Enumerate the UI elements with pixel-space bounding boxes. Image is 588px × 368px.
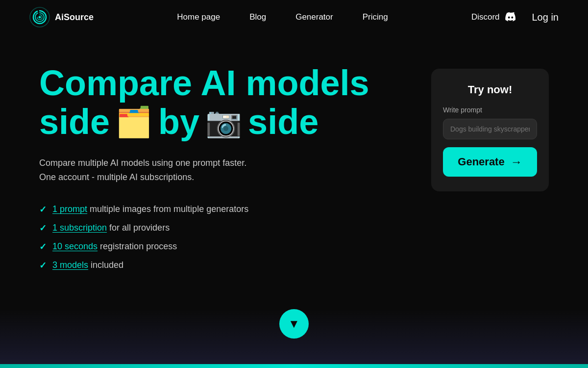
logo[interactable]: AiSource xyxy=(29,7,94,27)
discord-icon xyxy=(504,10,517,24)
feature-item-4: ✓ 3 models included xyxy=(39,260,382,271)
check-icon-1: ✓ xyxy=(39,204,47,215)
feature-1-text: 1 prompt multiple images from multiple g… xyxy=(52,204,248,214)
prompt-label: Write prompt xyxy=(443,106,537,114)
prompt-input[interactable] xyxy=(443,119,537,139)
nav-links: Home page Blog Generator Pricing xyxy=(177,12,388,22)
nav-right: Discord Log in xyxy=(471,10,559,24)
check-icon-2: ✓ xyxy=(39,223,47,234)
try-card-title: Try now! xyxy=(443,83,537,96)
feature-item-2: ✓ 1 subscription for all providers xyxy=(39,223,382,234)
feature-item-1: ✓ 1 prompt multiple images from multiple… xyxy=(39,204,382,215)
main-content: Compare AI models side 🗂️ by 📷 side Comp… xyxy=(0,34,588,271)
generate-button[interactable]: Generate → xyxy=(443,147,537,177)
navbar: AiSource Home page Blog Generator Pricin… xyxy=(0,0,588,34)
checklist-emoji: 🗂️ xyxy=(116,106,152,138)
discord-label: Discord xyxy=(471,12,500,22)
feature-list: ✓ 1 prompt multiple images from multiple… xyxy=(39,204,382,271)
arrow-icon: → xyxy=(511,155,522,169)
generate-label: Generate xyxy=(458,156,504,168)
scroll-button[interactable]: ▼ xyxy=(279,309,309,339)
camera-emoji: 📷 xyxy=(205,106,242,138)
try-card: Try now! Write prompt Generate → xyxy=(431,69,549,191)
bottom-bar xyxy=(0,364,588,368)
hero-subtitle: Compare multiple AI models using one pro… xyxy=(39,156,382,184)
title-line-1: Compare AI models xyxy=(39,64,382,103)
discord-button[interactable]: Discord xyxy=(471,10,517,24)
nav-home[interactable]: Home page xyxy=(177,12,220,22)
feature-4-text: 3 models included xyxy=(52,260,123,270)
hero-title: Compare AI models side 🗂️ by 📷 side xyxy=(39,64,382,141)
check-icon-4: ✓ xyxy=(39,260,47,271)
feature-item-3: ✓ 10 seconds registration process xyxy=(39,241,382,252)
left-content: Compare AI models side 🗂️ by 📷 side Comp… xyxy=(39,64,382,271)
chevron-down-icon: ▼ xyxy=(288,318,300,330)
scroll-indicator: ▼ xyxy=(279,309,309,339)
nav-pricing[interactable]: Pricing xyxy=(363,12,388,22)
title-line-2: side 🗂️ by 📷 side xyxy=(39,103,382,141)
feature-2-text: 1 subscription for all providers xyxy=(52,223,170,233)
logo-icon xyxy=(29,7,50,27)
svg-point-1 xyxy=(39,16,41,19)
nav-generator[interactable]: Generator xyxy=(295,12,333,22)
feature-3-text: 10 seconds registration process xyxy=(52,241,177,252)
check-icon-3: ✓ xyxy=(39,241,47,252)
nav-blog[interactable]: Blog xyxy=(249,12,266,22)
logo-text: AiSource xyxy=(55,12,94,23)
login-button[interactable]: Log in xyxy=(532,12,559,23)
